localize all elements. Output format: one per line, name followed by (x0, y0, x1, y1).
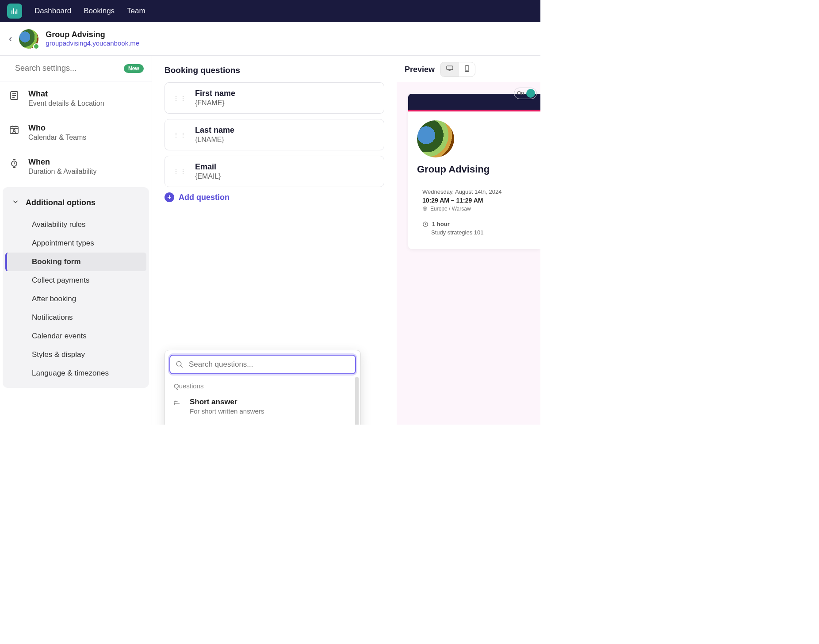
option-description: For short written answers (190, 407, 264, 415)
calendar-user-icon (9, 124, 20, 137)
sidebar-title: Who (28, 123, 86, 133)
sidebar-subitem[interactable]: Calendar events (5, 327, 146, 345)
doc-icon (9, 90, 20, 103)
preview-avatar (417, 120, 454, 157)
settings-search-input[interactable] (15, 64, 118, 73)
preview-topic: Study strategies 101 (431, 229, 532, 236)
sidebar-subitem[interactable]: Collect payments (5, 271, 146, 290)
dropdown-search[interactable] (169, 355, 356, 374)
sidebar-subtitle: Duration & Availability (28, 168, 96, 176)
status-online-dot (33, 43, 39, 50)
preview-panel: Preview Group Advising Wednesday, August… (397, 56, 540, 425)
field-code: {EMAIL} (195, 172, 221, 180)
clock-icon (422, 221, 429, 227)
drag-handle-icon[interactable]: ⋮⋮ (173, 95, 187, 102)
sidebar-subitem[interactable]: Appointment types (5, 234, 146, 253)
globe-icon (422, 206, 428, 211)
settings-search[interactable]: New (0, 56, 152, 81)
dropdown-section-label: Questions (169, 374, 356, 393)
sidebar-subtitle: Calendar & Teams (28, 134, 86, 142)
question-type-dropdown: Questions Short answerFor short written … (165, 350, 361, 425)
add-question-label: Add question (179, 193, 230, 202)
sidebar-subitem[interactable]: Notifications (5, 308, 146, 327)
main-panel: Booking questions ⋮⋮First name{FNAME}⋮⋮L… (152, 56, 397, 425)
chevron-down-icon (11, 198, 19, 207)
page-avatar (19, 29, 38, 49)
sidebar-item-when[interactable]: When Duration & Availability (0, 150, 152, 184)
svg-point-5 (176, 361, 181, 366)
back-button[interactable]: ‹ (9, 33, 12, 45)
drag-handle-icon[interactable]: ⋮⋮ (173, 168, 187, 175)
svg-point-15 (467, 70, 467, 71)
section-heading: Booking questions (165, 65, 384, 75)
sidebar-group-additional: Additional options Availability rulesApp… (3, 187, 149, 388)
svg-point-3 (13, 130, 15, 131)
sidebar-subitem[interactable]: After booking (5, 290, 146, 308)
sidebar-subitem[interactable]: Availability rules (5, 215, 146, 234)
page-url-link[interactable]: groupadvising4.youcanbook.me (46, 39, 139, 47)
svg-rect-2 (10, 126, 18, 134)
field-card[interactable]: ⋮⋮Last name{LNAME} (165, 119, 384, 150)
sidebar-group-toggle[interactable]: Additional options (3, 190, 149, 215)
sidebar-subtitle: Event details & Location (28, 100, 104, 107)
nav-team[interactable]: Team (127, 7, 145, 15)
preview-card: Group Advising Wednesday, August 14th, 2… (408, 94, 540, 249)
field-label: Email (195, 162, 221, 172)
feature-toggle[interactable]: On (514, 88, 537, 99)
sidebar-subitem[interactable]: Styles & display (5, 345, 146, 364)
sidebar-group-title: Additional options (26, 198, 96, 207)
nav-bookings[interactable]: Bookings (84, 7, 115, 15)
svg-rect-13 (447, 66, 453, 69)
new-badge: New (124, 64, 144, 73)
short-text-icon (173, 399, 183, 409)
sidebar-subitem[interactable]: Booking form (5, 253, 146, 271)
dropdown-search-input[interactable] (189, 360, 350, 369)
preview-date: Wednesday, August 14th, 2024 (422, 188, 532, 195)
toggle-label: On (517, 90, 524, 96)
field-label: Last name (195, 126, 234, 135)
page-header: ‹ Group Advising groupadvising4.youcanbo… (0, 22, 540, 56)
device-desktop-button[interactable] (440, 62, 459, 77)
device-mobile-button[interactable] (459, 62, 475, 77)
page-title: Group Advising (46, 30, 139, 39)
field-code: {LNAME} (195, 136, 234, 144)
scrollbar[interactable] (355, 377, 359, 425)
question-type-option[interactable]: Long answerFor more freeform answers (169, 419, 354, 425)
preview-title: Group Advising (417, 164, 532, 175)
sidebar-title: What (28, 89, 104, 99)
field-code: {FNAME} (195, 99, 235, 107)
option-title: Long answer (190, 424, 270, 425)
sidebar-item-what[interactable]: What Event details & Location (0, 81, 152, 115)
option-title: Short answer (190, 398, 264, 406)
plus-circle-icon: + (165, 192, 174, 202)
sidebar-title: When (28, 157, 96, 167)
preview-duration: 1 hour (432, 221, 450, 227)
sidebar-item-who[interactable]: Who Calendar & Teams (0, 115, 152, 150)
app-logo[interactable] (7, 4, 22, 19)
preview-timezone: Europe / Warsaw (430, 206, 471, 212)
toggle-knob (526, 89, 535, 98)
field-card[interactable]: ⋮⋮First name{FNAME} (165, 82, 384, 114)
nav-dashboard[interactable]: Dashboard (34, 7, 71, 15)
topbar: Dashboard Bookings Team (0, 0, 540, 22)
search-icon (176, 360, 184, 368)
preview-label: Preview (405, 65, 435, 74)
field-card[interactable]: ⋮⋮Email{EMAIL} (165, 156, 384, 187)
preview-time: 10:29 AM – 11:29 AM (422, 197, 532, 204)
watch-icon (9, 158, 20, 171)
question-type-option[interactable]: Short answerFor short written answers (169, 393, 354, 419)
add-question-button[interactable]: + Add question (165, 192, 384, 202)
drag-handle-icon[interactable]: ⋮⋮ (173, 131, 187, 138)
sidebar-subitem[interactable]: Language & timezones (5, 364, 146, 383)
field-label: First name (195, 89, 235, 98)
settings-sidebar: New What Event details & Location Who Ca… (0, 56, 152, 425)
device-toggle (440, 62, 475, 77)
